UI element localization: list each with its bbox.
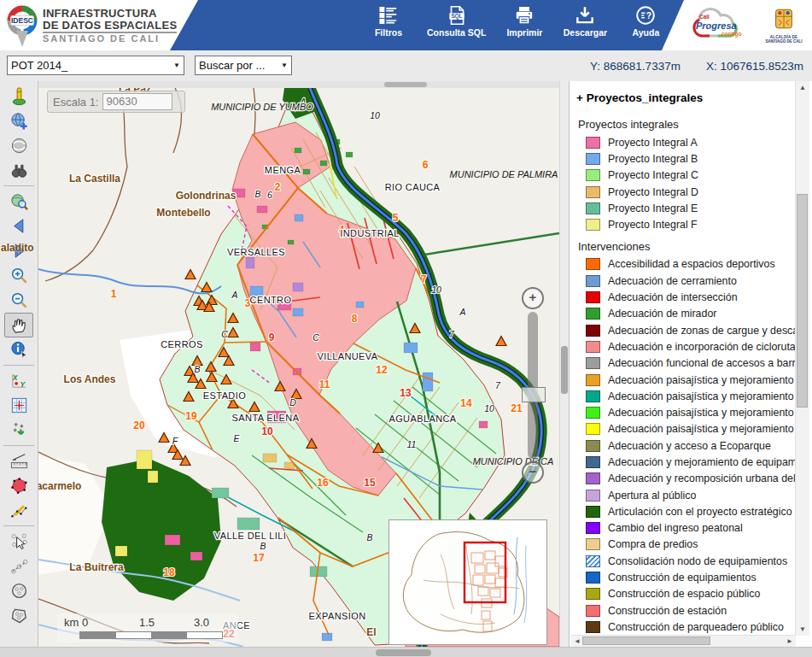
tool-select-by-line[interactable] [4,554,33,578]
tool-zoom-out[interactable] [4,288,33,313]
legend-item: Adecuación paisajística y mejoramiento d… [576,404,795,420]
map-zone-number: 6 [423,159,429,171]
tool-zoom-full-extent[interactable] [4,189,33,214]
tool-sketch-line[interactable] [4,498,33,523]
legend-swatch [586,621,600,633]
imprimir-button[interactable]: Imprimir [499,3,549,39]
measure-icon [9,451,29,471]
legend-swatch [586,390,600,402]
tool-earth-view[interactable] [4,133,33,158]
alcaldia-line2: SANTIAGO DE CALI [759,39,809,44]
tool-gps-marker[interactable] [4,84,33,109]
partner-logos: Cali Progresa contigo ALCALDÍA DE SANTIA… [662,0,812,50]
map-vscroll-handle[interactable] [561,346,568,394]
map-zone-number: 11 [319,378,330,390]
tool-pan[interactable] [4,313,33,337]
legend-label: Adecuación y mejoramiento de equipamier [608,456,795,468]
map-area-label: MENGA [265,165,301,175]
legend-swatch [586,605,600,617]
scroll-left-arrow[interactable]: ◄ [571,636,583,647]
zoom-in-button[interactable]: + [522,287,544,309]
legend-item: Proyecto Integral E [576,200,795,216]
tool-zoom-in[interactable] [4,263,33,288]
layer-dropdown[interactable]: POT 2014_ ▼ [7,56,184,75]
button-label: Ayuda [633,27,660,38]
search-dropdown[interactable]: Buscar por ... ▼ [195,56,292,75]
legend-item: Adecuación e incorporación de ciclorutas [576,338,795,355]
progresa-sub-text: contigo [721,31,741,37]
prev-icon [9,216,29,236]
tool-select-by-circle[interactable] [4,578,33,603]
map-area-label: VALLE DEL LILI [214,531,286,541]
map-sector-letter: 11 [407,439,417,449]
legend-label: Construcción de estación [608,605,727,617]
toolbar-separator [3,525,34,526]
tool-measure[interactable] [4,449,33,473]
help-icon: ? [634,4,657,26]
scroll-right-arrow[interactable]: ► [784,636,796,647]
map-zone-number: 18 [163,566,175,578]
xy-icon: XY [9,371,29,390]
map-zoom-slider: + − [521,287,545,482]
descargar-button[interactable]: Descargar [560,3,610,39]
legend-title[interactable]: + Proyectos_integrales [576,91,795,104]
tool-identify[interactable] [4,337,33,362]
gridnav-icon [9,396,29,415]
coordinate-y: Y: 868681.7337m [590,60,681,73]
legend-item: Construcción de equipamientos [576,569,795,585]
legend-label: Proyecto Integral B [608,153,698,165]
addfeat-icon [9,420,29,440]
cali-progresa-logo: Cali Progresa contigo [687,3,757,48]
tool-xy-coordinates[interactable]: XY [4,368,33,393]
zoom-slider-handle[interactable] [522,387,546,402]
consulta-sql-button[interactable]: SQL Consulta SQL [424,3,488,39]
legend-hscroll-handle[interactable] [582,636,710,645]
tool-select-by-polygon[interactable] [4,603,33,628]
legend-scrollbar-vertical[interactable]: ▲ ▼ [795,81,809,636]
filtros-button[interactable]: Filtros [364,3,413,39]
overview-map[interactable] [388,519,547,645]
map-scalebar: km 0 1.5 3.0 [57,613,238,642]
scroll-down-arrow[interactable]: ▼ [796,623,809,636]
ayuda-button[interactable]: ? Ayuda [621,3,670,39]
page-hscroll-handle[interactable] [376,649,431,656]
tool-select-features[interactable] [4,529,33,554]
tool-add-features[interactable] [4,418,33,443]
legend-label: Proyecto Integral D [608,186,698,198]
legend-scrollbar-horizontal[interactable]: ◄ ► [571,635,796,647]
map-sector-letter: C [313,332,319,343]
legend-item: Adecuación de intersección [576,289,795,305]
legend-vscroll-handle[interactable] [797,194,808,408]
scroll-up-arrow[interactable]: ▲ [796,81,809,94]
tool-find-binoculars[interactable] [4,158,33,183]
map-sector-letter: 6 [267,190,272,200]
map-area-label: MUNICIPIO DE PALMIRA [450,169,558,179]
tool-grid-locate[interactable] [4,393,33,418]
zoom-slider-track[interactable] [528,312,538,459]
page-scrollbar-horizontal[interactable] [0,647,812,657]
worldzoom-icon [9,191,29,211]
map-zone-number: 12 [376,364,388,376]
left-toolbar: XY [0,81,38,647]
zin-icon [9,266,29,285]
tool-draw-polygon[interactable] [4,473,33,498]
brand-line2: DE DATOS ESPACIALES [43,20,177,34]
zoom-out-button[interactable]: − [522,461,544,484]
legend-item: Adecuación de cerramiento [576,273,795,289]
map-area-label: VILLANUEVA [317,351,377,361]
map-sector-letter: B [260,541,266,551]
tool-previous-extent[interactable] [4,214,33,238]
legend-label: Adecuación de intersección [608,291,738,303]
legend-item: Proyecto Integral B [576,150,795,167]
map-area-label: MUNICIPIO DE YUMBO [211,102,313,112]
map-canvas[interactable]: A10B6ACCA710BDEF10117BCB 123456789101112… [38,88,559,647]
map-zone-number: 7 [421,273,427,285]
legend-swatch [586,308,600,320]
subheader: POT 2014_ ▼ Buscar por ... ▼ Y: 868681.7… [0,50,812,82]
scale-input[interactable]: 90630 [102,93,172,110]
legend-group-title: Intervenciones [578,240,795,253]
legend-label: Adecuación de mirador [608,308,716,320]
map-hscroll-handle[interactable] [384,82,427,87]
tool-add-globe[interactable] [4,109,33,133]
legend-label: Cambio del ingreso peatonal [608,522,743,534]
